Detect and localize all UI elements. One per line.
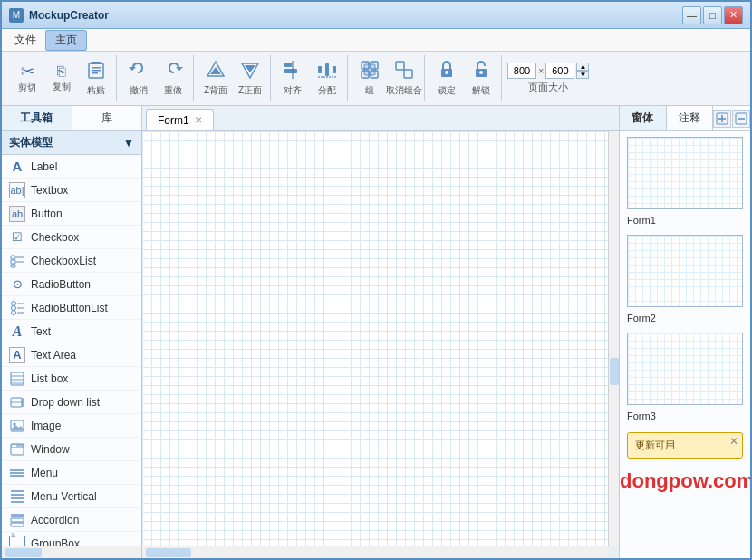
distribute-button[interactable]: 分配	[311, 57, 343, 101]
list-item-listbox[interactable]: List box	[2, 367, 141, 391]
list-item-menu[interactable]: Menu	[2, 461, 141, 485]
item-radiobuttonlist-text: RadioButtonList	[31, 302, 108, 314]
label-icon: A	[9, 159, 25, 175]
form2-thumb[interactable]	[627, 235, 743, 307]
menu-home[interactable]: 主页	[45, 30, 87, 51]
lock-label: 锁定	[438, 84, 456, 97]
update-banner-close[interactable]: ✕	[729, 435, 738, 448]
align-label: 对齐	[284, 84, 302, 97]
lock-button[interactable]: 锁定	[430, 57, 463, 101]
width-input[interactable]	[507, 63, 536, 79]
svg-rect-27	[11, 256, 15, 259]
textarea-icon: A	[9, 347, 25, 363]
listbox-icon	[9, 371, 25, 387]
minimize-button[interactable]: —	[682, 6, 701, 24]
canvas-grid[interactable]	[142, 131, 608, 546]
lock-icon	[438, 60, 456, 82]
list-item-radiobutton[interactable]: ⊙ RadioButton	[2, 273, 141, 296]
copy-button[interactable]: ⎘ 复制	[45, 57, 78, 101]
svg-rect-52	[14, 445, 16, 447]
canvas-hscroll[interactable]	[142, 546, 608, 558]
toolbar-size-group: × ▲ ▼ 页面大小	[504, 63, 593, 94]
undo-button[interactable]: 撤消	[122, 57, 155, 101]
radiobutton-icon: ⊙	[9, 276, 25, 293]
list-item-textarea[interactable]: A Text Area	[2, 343, 141, 367]
list-item-menu-vertical[interactable]: Menu Vertical	[2, 485, 141, 508]
right-tabs: 窗体 注释	[620, 106, 750, 131]
svg-rect-28	[11, 260, 15, 264]
list-item-accordion[interactable]: Accordion	[2, 508, 141, 532]
undo-label: 撤消	[130, 84, 148, 97]
title-bar: M MockupCreator — □ ✕	[2, 2, 750, 29]
toolbar-group-zorder: Z背面 Z正面	[196, 55, 271, 101]
copy-label: 复制	[53, 81, 71, 93]
new-form-button[interactable]	[713, 110, 731, 128]
menu-file[interactable]: 文件	[5, 31, 45, 50]
item-label-text: Label	[31, 160, 57, 173]
canvas-vscroll[interactable]	[608, 131, 619, 546]
list-item-label[interactable]: A Label	[2, 155, 141, 179]
tab-toolbox[interactable]: 工具箱	[2, 106, 72, 130]
paste-label: 粘贴	[87, 84, 105, 97]
paste-icon	[87, 60, 105, 82]
zfront-button[interactable]: Z正面	[234, 57, 266, 101]
list-item-dropdown[interactable]: Drop down list	[2, 391, 141, 414]
list-item-image[interactable]: Image	[2, 414, 141, 438]
paste-button[interactable]: 粘贴	[80, 57, 112, 101]
list-item-textbox[interactable]: ab| Textbox	[2, 179, 141, 202]
cut-icon: ✂	[21, 63, 34, 80]
cut-button[interactable]: ✂ 剪切	[11, 57, 43, 101]
list-item-checkbox[interactable]: ☑ Checkbox	[2, 226, 141, 249]
group-label: 组	[365, 84, 374, 97]
list-item-checkboxlist[interactable]: CheckboxList	[2, 249, 141, 273]
size-up-arrow[interactable]: ▲	[576, 63, 589, 71]
form1-thumb[interactable]	[627, 137, 743, 209]
canvas-tabs: Form1 ✕	[142, 106, 619, 131]
list-item-window[interactable]: Window	[2, 438, 141, 461]
close-button[interactable]: ✕	[724, 6, 743, 24]
svg-rect-62	[11, 523, 24, 526]
delete-form-button[interactable]	[732, 110, 750, 128]
canvas-hscroll-thumb	[146, 548, 191, 557]
unlock-button[interactable]: 解锁	[465, 57, 497, 101]
toolbar-group-group: 组 取消组合	[350, 55, 425, 101]
list-item-groupbox[interactable]: a GroupBox	[2, 532, 141, 546]
canvas-tab-form1[interactable]: Form1 ✕	[146, 109, 214, 130]
canvas-tab-close[interactable]: ✕	[195, 115, 202, 125]
align-button[interactable]: 对齐	[276, 57, 309, 101]
svg-marker-48	[11, 425, 24, 430]
list-item-text[interactable]: A Text	[2, 320, 141, 343]
item-dropdown-text: Drop down list	[31, 396, 100, 409]
sidebar-hscroll[interactable]	[2, 546, 141, 558]
svg-point-33	[12, 301, 16, 305]
form2-thumb-inner	[628, 236, 742, 306]
list-item-button[interactable]: ab Button	[2, 202, 141, 226]
tab-library[interactable]: 库	[72, 106, 142, 130]
svg-point-24	[445, 71, 448, 74]
form3-thumb[interactable]	[627, 333, 743, 405]
tab-window-forms[interactable]: 窗体	[620, 106, 667, 130]
dropdown-icon	[9, 394, 25, 410]
sidebar-category: 实体模型 ▼	[2, 131, 141, 155]
toolbar-group-clipboard: ✂ 剪切 ⎘ 复制 粘贴	[7, 55, 117, 101]
group-button[interactable]: 组	[353, 57, 386, 101]
tab-annotations[interactable]: 注释	[667, 106, 714, 130]
svg-rect-61	[11, 518, 24, 522]
category-arrow: ▼	[123, 137, 134, 150]
size-down-arrow[interactable]: ▼	[576, 71, 589, 79]
svg-rect-46	[11, 420, 24, 431]
ungroup-button[interactable]: 取消组合	[388, 57, 420, 101]
item-checkboxlist-text: CheckboxList	[31, 255, 96, 267]
zback-button[interactable]: Z背面	[199, 57, 232, 101]
redo-button[interactable]: 重做	[157, 57, 189, 101]
maximize-button[interactable]: □	[703, 6, 722, 24]
undo-icon	[129, 60, 149, 82]
item-textarea-text: Text Area	[31, 349, 76, 362]
app-title: MockupCreator	[29, 9, 682, 22]
page-size-label: 页面大小	[528, 81, 568, 94]
height-input[interactable]	[545, 63, 574, 79]
cut-label: 剪切	[18, 82, 36, 94]
item-menu-vertical-text: Menu Vertical	[31, 490, 97, 503]
sidebar: 工具箱 库 实体模型 ▼ A Label ab| Textbox	[2, 106, 142, 558]
list-item-radiobuttonlist[interactable]: RadioButtonList	[2, 296, 141, 320]
